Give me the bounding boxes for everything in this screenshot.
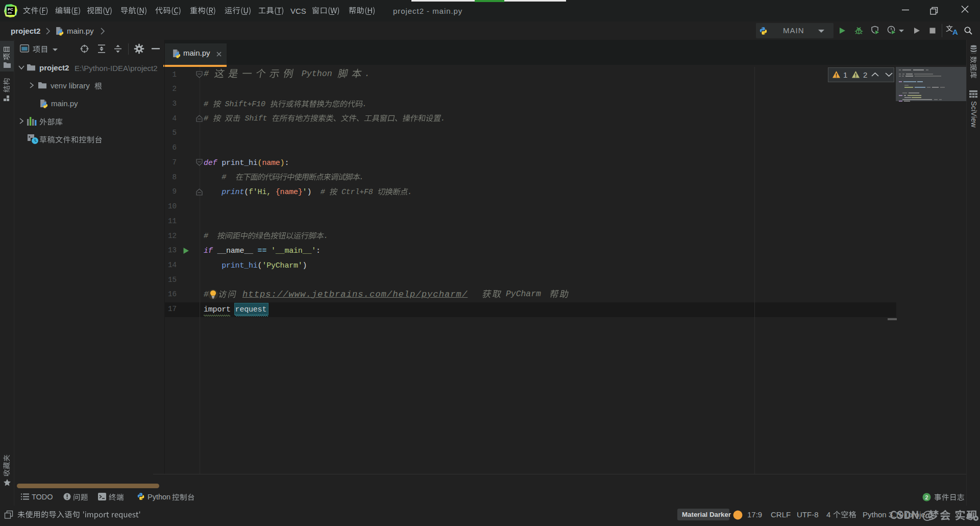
svg-text:2: 2 [925,494,928,500]
svg-text:PC: PC [8,7,13,12]
